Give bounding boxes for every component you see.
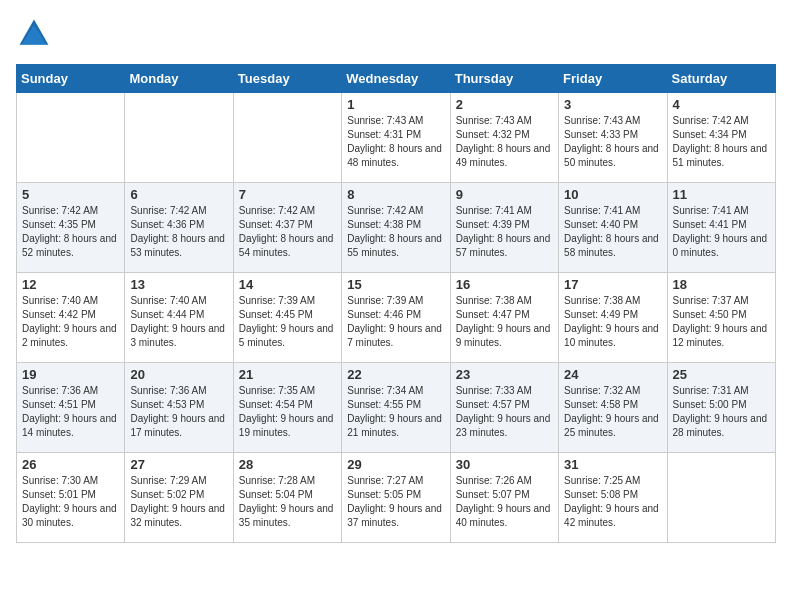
calendar-cell: 30Sunrise: 7:26 AM Sunset: 5:07 PM Dayli… xyxy=(450,453,558,543)
calendar-week-4: 19Sunrise: 7:36 AM Sunset: 4:51 PM Dayli… xyxy=(17,363,776,453)
day-number: 6 xyxy=(130,187,227,202)
day-info: Sunrise: 7:37 AM Sunset: 4:50 PM Dayligh… xyxy=(673,294,770,350)
day-number: 30 xyxy=(456,457,553,472)
day-number: 13 xyxy=(130,277,227,292)
day-number: 5 xyxy=(22,187,119,202)
day-info: Sunrise: 7:26 AM Sunset: 5:07 PM Dayligh… xyxy=(456,474,553,530)
calendar-cell: 6Sunrise: 7:42 AM Sunset: 4:36 PM Daylig… xyxy=(125,183,233,273)
calendar-cell: 31Sunrise: 7:25 AM Sunset: 5:08 PM Dayli… xyxy=(559,453,667,543)
day-number: 26 xyxy=(22,457,119,472)
calendar-cell: 3Sunrise: 7:43 AM Sunset: 4:33 PM Daylig… xyxy=(559,93,667,183)
calendar-cell: 17Sunrise: 7:38 AM Sunset: 4:49 PM Dayli… xyxy=(559,273,667,363)
day-info: Sunrise: 7:43 AM Sunset: 4:31 PM Dayligh… xyxy=(347,114,444,170)
day-info: Sunrise: 7:42 AM Sunset: 4:36 PM Dayligh… xyxy=(130,204,227,260)
day-number: 10 xyxy=(564,187,661,202)
day-number: 18 xyxy=(673,277,770,292)
day-number: 23 xyxy=(456,367,553,382)
calendar-cell: 22Sunrise: 7:34 AM Sunset: 4:55 PM Dayli… xyxy=(342,363,450,453)
weekday-header-monday: Monday xyxy=(125,65,233,93)
calendar-cell: 11Sunrise: 7:41 AM Sunset: 4:41 PM Dayli… xyxy=(667,183,775,273)
calendar-body: 1Sunrise: 7:43 AM Sunset: 4:31 PM Daylig… xyxy=(17,93,776,543)
calendar-header: SundayMondayTuesdayWednesdayThursdayFrid… xyxy=(17,65,776,93)
calendar-cell: 14Sunrise: 7:39 AM Sunset: 4:45 PM Dayli… xyxy=(233,273,341,363)
day-info: Sunrise: 7:39 AM Sunset: 4:45 PM Dayligh… xyxy=(239,294,336,350)
day-info: Sunrise: 7:41 AM Sunset: 4:40 PM Dayligh… xyxy=(564,204,661,260)
day-number: 17 xyxy=(564,277,661,292)
day-info: Sunrise: 7:42 AM Sunset: 4:38 PM Dayligh… xyxy=(347,204,444,260)
day-number: 25 xyxy=(673,367,770,382)
day-number: 14 xyxy=(239,277,336,292)
day-number: 24 xyxy=(564,367,661,382)
calendar-cell: 18Sunrise: 7:37 AM Sunset: 4:50 PM Dayli… xyxy=(667,273,775,363)
weekday-header-tuesday: Tuesday xyxy=(233,65,341,93)
day-info: Sunrise: 7:36 AM Sunset: 4:53 PM Dayligh… xyxy=(130,384,227,440)
day-info: Sunrise: 7:31 AM Sunset: 5:00 PM Dayligh… xyxy=(673,384,770,440)
calendar-cell xyxy=(17,93,125,183)
calendar-cell xyxy=(125,93,233,183)
calendar-cell: 7Sunrise: 7:42 AM Sunset: 4:37 PM Daylig… xyxy=(233,183,341,273)
day-info: Sunrise: 7:33 AM Sunset: 4:57 PM Dayligh… xyxy=(456,384,553,440)
day-number: 4 xyxy=(673,97,770,112)
calendar-cell: 20Sunrise: 7:36 AM Sunset: 4:53 PM Dayli… xyxy=(125,363,233,453)
day-number: 2 xyxy=(456,97,553,112)
day-number: 11 xyxy=(673,187,770,202)
calendar-cell: 13Sunrise: 7:40 AM Sunset: 4:44 PM Dayli… xyxy=(125,273,233,363)
calendar-cell: 1Sunrise: 7:43 AM Sunset: 4:31 PM Daylig… xyxy=(342,93,450,183)
calendar-table: SundayMondayTuesdayWednesdayThursdayFrid… xyxy=(16,64,776,543)
day-info: Sunrise: 7:43 AM Sunset: 4:32 PM Dayligh… xyxy=(456,114,553,170)
day-number: 7 xyxy=(239,187,336,202)
day-info: Sunrise: 7:42 AM Sunset: 4:34 PM Dayligh… xyxy=(673,114,770,170)
calendar-week-3: 12Sunrise: 7:40 AM Sunset: 4:42 PM Dayli… xyxy=(17,273,776,363)
day-info: Sunrise: 7:35 AM Sunset: 4:54 PM Dayligh… xyxy=(239,384,336,440)
day-number: 16 xyxy=(456,277,553,292)
calendar-cell: 29Sunrise: 7:27 AM Sunset: 5:05 PM Dayli… xyxy=(342,453,450,543)
calendar-cell: 27Sunrise: 7:29 AM Sunset: 5:02 PM Dayli… xyxy=(125,453,233,543)
day-info: Sunrise: 7:36 AM Sunset: 4:51 PM Dayligh… xyxy=(22,384,119,440)
calendar-week-1: 1Sunrise: 7:43 AM Sunset: 4:31 PM Daylig… xyxy=(17,93,776,183)
page-header xyxy=(16,16,776,52)
day-number: 8 xyxy=(347,187,444,202)
calendar-cell: 21Sunrise: 7:35 AM Sunset: 4:54 PM Dayli… xyxy=(233,363,341,453)
day-info: Sunrise: 7:42 AM Sunset: 4:35 PM Dayligh… xyxy=(22,204,119,260)
day-number: 28 xyxy=(239,457,336,472)
day-number: 20 xyxy=(130,367,227,382)
day-number: 21 xyxy=(239,367,336,382)
day-info: Sunrise: 7:27 AM Sunset: 5:05 PM Dayligh… xyxy=(347,474,444,530)
day-info: Sunrise: 7:30 AM Sunset: 5:01 PM Dayligh… xyxy=(22,474,119,530)
day-number: 19 xyxy=(22,367,119,382)
calendar-cell: 15Sunrise: 7:39 AM Sunset: 4:46 PM Dayli… xyxy=(342,273,450,363)
calendar-week-2: 5Sunrise: 7:42 AM Sunset: 4:35 PM Daylig… xyxy=(17,183,776,273)
calendar-cell: 26Sunrise: 7:30 AM Sunset: 5:01 PM Dayli… xyxy=(17,453,125,543)
day-info: Sunrise: 7:25 AM Sunset: 5:08 PM Dayligh… xyxy=(564,474,661,530)
calendar-cell xyxy=(233,93,341,183)
day-number: 31 xyxy=(564,457,661,472)
calendar-cell: 16Sunrise: 7:38 AM Sunset: 4:47 PM Dayli… xyxy=(450,273,558,363)
day-info: Sunrise: 7:38 AM Sunset: 4:47 PM Dayligh… xyxy=(456,294,553,350)
day-info: Sunrise: 7:41 AM Sunset: 4:41 PM Dayligh… xyxy=(673,204,770,260)
calendar-cell: 12Sunrise: 7:40 AM Sunset: 4:42 PM Dayli… xyxy=(17,273,125,363)
calendar-cell: 2Sunrise: 7:43 AM Sunset: 4:32 PM Daylig… xyxy=(450,93,558,183)
calendar-cell: 28Sunrise: 7:28 AM Sunset: 5:04 PM Dayli… xyxy=(233,453,341,543)
calendar-cell xyxy=(667,453,775,543)
weekday-header-friday: Friday xyxy=(559,65,667,93)
day-info: Sunrise: 7:34 AM Sunset: 4:55 PM Dayligh… xyxy=(347,384,444,440)
weekday-header-saturday: Saturday xyxy=(667,65,775,93)
logo xyxy=(16,16,56,52)
day-info: Sunrise: 7:40 AM Sunset: 4:42 PM Dayligh… xyxy=(22,294,119,350)
day-info: Sunrise: 7:32 AM Sunset: 4:58 PM Dayligh… xyxy=(564,384,661,440)
day-info: Sunrise: 7:40 AM Sunset: 4:44 PM Dayligh… xyxy=(130,294,227,350)
day-number: 12 xyxy=(22,277,119,292)
day-info: Sunrise: 7:29 AM Sunset: 5:02 PM Dayligh… xyxy=(130,474,227,530)
calendar-cell: 9Sunrise: 7:41 AM Sunset: 4:39 PM Daylig… xyxy=(450,183,558,273)
calendar-week-5: 26Sunrise: 7:30 AM Sunset: 5:01 PM Dayli… xyxy=(17,453,776,543)
day-number: 22 xyxy=(347,367,444,382)
calendar-cell: 23Sunrise: 7:33 AM Sunset: 4:57 PM Dayli… xyxy=(450,363,558,453)
calendar-cell: 5Sunrise: 7:42 AM Sunset: 4:35 PM Daylig… xyxy=(17,183,125,273)
calendar-cell: 19Sunrise: 7:36 AM Sunset: 4:51 PM Dayli… xyxy=(17,363,125,453)
day-number: 15 xyxy=(347,277,444,292)
svg-marker-1 xyxy=(21,25,46,45)
weekday-row: SundayMondayTuesdayWednesdayThursdayFrid… xyxy=(17,65,776,93)
day-info: Sunrise: 7:42 AM Sunset: 4:37 PM Dayligh… xyxy=(239,204,336,260)
day-number: 27 xyxy=(130,457,227,472)
day-number: 1 xyxy=(347,97,444,112)
